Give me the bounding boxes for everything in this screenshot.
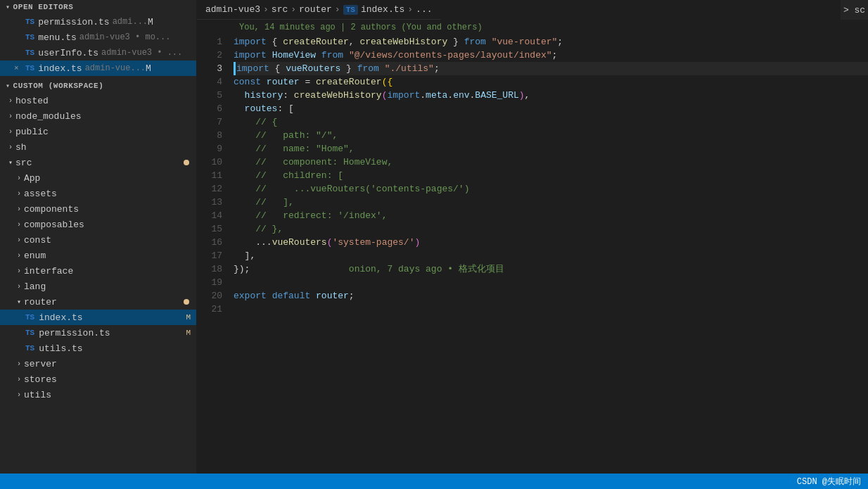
- token: onion, 7 days ago • 格式化项目: [349, 262, 504, 276]
- open-editors-header[interactable]: ▾ OPEN EDITORS: [0, 0, 196, 14]
- tree-item-node_modules[interactable]: ›node_modules: [0, 108, 196, 124]
- token: [234, 182, 255, 196]
- token: [234, 89, 245, 102]
- git-change-indicator: [234, 62, 236, 75]
- tree-item-App[interactable]: ›App: [0, 170, 196, 186]
- line-number: 15: [197, 222, 222, 236]
- modified-dot: [184, 299, 189, 305]
- token: routes: [245, 102, 278, 115]
- code-container[interactable]: 123456789101112131415161718192021 import…: [197, 35, 868, 474]
- tree-item-sh[interactable]: ›sh: [0, 139, 196, 155]
- file-label: permission.ts: [39, 328, 186, 338]
- token: [310, 289, 316, 303]
- tree-item-router[interactable]: ▾router: [0, 294, 196, 310]
- token: from: [357, 62, 379, 75]
- token: [234, 236, 255, 249]
- code-line: const router = createRouter({: [234, 75, 868, 89]
- token: ,: [525, 89, 530, 102]
- tree-item-assets[interactable]: ›assets: [0, 186, 196, 201]
- tree-item-hosted[interactable]: ›hosted: [0, 93, 196, 108]
- ts-file-icon: TS: [25, 344, 34, 353]
- file-subtitle: admi...: [113, 17, 148, 27]
- token: "./utils": [385, 62, 434, 75]
- file-label: utils.ts: [39, 343, 196, 354]
- token: [234, 115, 255, 129]
- token: "@/views/contents-pages/layout/index": [349, 49, 552, 62]
- folder-chevron-icon: ›: [17, 252, 21, 260]
- ts-icon: TS: [25, 49, 34, 57]
- token: [379, 62, 385, 75]
- custom-workspace-header[interactable]: ▾ CUSTOM (WORKSPACE): [0, 79, 196, 93]
- code-line: // children: [: [234, 169, 868, 182]
- token: router: [267, 75, 300, 89]
- custom-workspace-label: CUSTOM (WORKSPACE): [13, 82, 104, 90]
- open-editor-item-index-ts[interactable]: ×TSindex.tsadmin-vue...M: [0, 61, 196, 76]
- token: ): [414, 236, 420, 249]
- token: import: [236, 62, 269, 75]
- folder-chevron-icon: ›: [8, 128, 13, 136]
- tree-item-components[interactable]: ›components: [0, 201, 196, 217]
- code-line: [234, 276, 868, 289]
- tree-item-server[interactable]: ›server: [0, 356, 196, 371]
- folder-chevron-icon: ›: [17, 391, 21, 399]
- token: HomeView: [272, 49, 316, 62]
- modified-badge: M: [146, 63, 151, 74]
- token: ): [519, 89, 525, 102]
- open-editor-item-userinfo-ts[interactable]: TSuserInfo.tsadmin-vue3 • ...: [0, 45, 196, 61]
- tree-item-stores[interactable]: ›stores: [0, 371, 196, 387]
- breadcrumb-part-1: admin-vue3: [205, 4, 260, 15]
- folder-label: node_modules: [15, 111, 196, 122]
- code-line: // },: [234, 222, 868, 236]
- token: // component: HomeView,: [255, 155, 392, 169]
- tree-item-composables[interactable]: ›composables: [0, 217, 196, 232]
- line-number: 16: [197, 236, 222, 249]
- code-line: ],: [234, 249, 868, 262]
- tree-item-interface[interactable]: ›interface: [0, 263, 196, 279]
- token: (: [327, 236, 333, 249]
- custom-workspace-chevron: ▾: [6, 82, 11, 90]
- token: default: [272, 289, 311, 303]
- open-editor-item-perm-ts[interactable]: TSpermission.tsadmi...M: [0, 14, 196, 30]
- tree-item-router-index-ts[interactable]: TSindex.tsM: [0, 310, 196, 325]
- token: [267, 49, 272, 62]
- token: // name: "Home",: [255, 142, 354, 155]
- token: ;: [434, 62, 440, 75]
- token: history: [245, 89, 283, 102]
- code-line: // ...vueRouters('contents-pages/'): [234, 182, 868, 196]
- folder-label: utils: [24, 390, 196, 400]
- right-panel-button[interactable]: > sc: [840, 0, 868, 20]
- line-number: 12: [197, 182, 222, 196]
- tree-item-const[interactable]: ›const: [0, 232, 196, 248]
- open-editors-list: TSpermission.tsadmi...MTSmenu.tsadmin-vu…: [0, 14, 196, 76]
- tree-item-src[interactable]: ▾src: [0, 155, 196, 170]
- folder-label: App: [24, 173, 196, 184]
- token: {: [269, 62, 286, 75]
- tree-item-lang[interactable]: ›lang: [0, 279, 196, 294]
- tree-item-router-utils-ts[interactable]: TSutils.ts: [0, 341, 196, 356]
- token: export: [234, 289, 267, 303]
- line-number: 17: [197, 249, 222, 262]
- close-icon[interactable]: ×: [14, 64, 23, 72]
- line-number: 4: [197, 75, 222, 89]
- tree-item-enum[interactable]: ›enum: [0, 248, 196, 263]
- git-blame-bar: You, 14 minutes ago | 2 authors (You and…: [197, 20, 868, 35]
- token: createWebHistory: [359, 35, 447, 49]
- code-line: // component: HomeView,: [234, 155, 868, 169]
- line-number: 1: [197, 35, 222, 49]
- token: [267, 289, 272, 303]
- folder-label: components: [24, 204, 196, 215]
- tree-item-public[interactable]: ›public: [0, 124, 196, 139]
- token: vueRouters: [286, 62, 340, 75]
- tree-item-utils[interactable]: ›utils: [0, 387, 196, 402]
- ts-file-icon: TS: [25, 313, 34, 322]
- token: [234, 129, 255, 142]
- token: }: [447, 35, 464, 49]
- token: (: [382, 75, 388, 89]
- line-number: 3: [197, 62, 222, 75]
- open-editor-item-menu-ts[interactable]: TSmenu.tsadmin-vue3 • mo...: [0, 30, 196, 45]
- tree-item-router-permission-ts[interactable]: TSpermission.tsM: [0, 325, 196, 341]
- token: // ],: [255, 196, 294, 209]
- folder-chevron-icon: ›: [8, 97, 13, 105]
- token: // path: "/",: [255, 129, 338, 142]
- token: [234, 222, 255, 236]
